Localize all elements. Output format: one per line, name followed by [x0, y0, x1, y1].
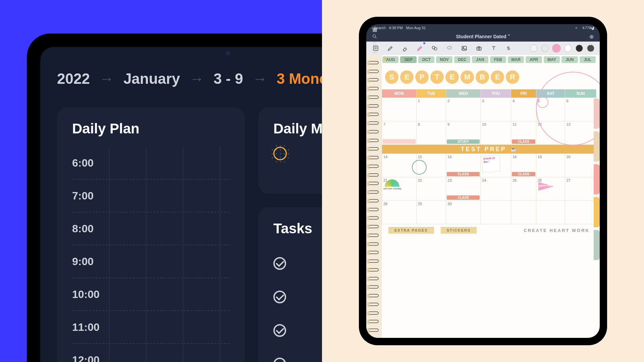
month-tab[interactable]: NOV — [436, 56, 452, 63]
close-icon[interactable]: ✕ — [588, 40, 595, 48]
side-tab[interactable] — [594, 230, 600, 260]
calendar-cell[interactable]: 16CLASS — [446, 154, 481, 177]
daily-plan-card: Daily Plan 6:007:008:009:0010:0011:0012:… — [57, 107, 245, 362]
month-letter: S — [385, 70, 398, 84]
hour-row[interactable]: 12:00 — [72, 344, 230, 362]
calendar-cell[interactable] — [536, 201, 565, 224]
calendar-cell[interactable]: 26game day — [536, 177, 565, 201]
checkmark-icon[interactable] — [273, 324, 286, 337]
status-date: Mon Aug 31 — [406, 26, 426, 30]
calendar-cell[interactable]: 4 — [511, 98, 536, 121]
share-icon[interactable] — [371, 48, 378, 55]
checkmark-icon[interactable] — [273, 257, 286, 270]
breadcrumb-range[interactable]: 3 - 9 — [214, 70, 243, 87]
month-tab[interactable]: MAR — [508, 56, 524, 63]
flag-sticker: game day — [539, 184, 551, 187]
calendar-cell[interactable]: 14 — [382, 154, 417, 177]
side-tab[interactable] — [594, 99, 600, 129]
redo-icon[interactable]: ↷ — [588, 25, 595, 33]
breadcrumb-month[interactable]: January — [123, 70, 180, 87]
calendar-cell[interactable]: 1 — [416, 98, 446, 121]
month-tab[interactable]: JUL — [580, 56, 596, 63]
chevron-right-icon: → — [253, 70, 267, 87]
grid-icon[interactable]: ▦ — [371, 25, 378, 33]
task-item[interactable] — [273, 247, 322, 280]
calendar-cell[interactable]: 15 — [416, 154, 446, 177]
calendar-cell[interactable]: 8 — [416, 121, 446, 145]
side-tab[interactable] — [594, 197, 600, 227]
more-icon[interactable]: ⋯ — [588, 48, 595, 55]
calendar-cell[interactable]: 22 — [416, 177, 446, 201]
checkmark-icon[interactable] — [273, 291, 286, 303]
link-icon[interactable] — [504, 44, 513, 52]
color-swatch[interactable] — [564, 45, 572, 52]
color-swatch[interactable] — [541, 45, 549, 52]
calendar-cell[interactable]: 23CLASS — [446, 177, 481, 201]
hour-row[interactable]: 6:00 — [72, 147, 230, 180]
calendar-cell[interactable]: 29 — [416, 201, 446, 224]
calendar-cell[interactable]: 21self care monday — [382, 177, 417, 201]
calendar-cell[interactable]: 9STUDY — [446, 121, 481, 145]
calendar-cell[interactable]: 30 — [446, 201, 481, 224]
lasso-icon[interactable] — [445, 44, 453, 52]
highlighter-icon[interactable] — [416, 44, 424, 52]
bookmark-icon[interactable] — [371, 40, 378, 48]
document-title[interactable]: Student Planner Dated ˅ — [378, 34, 588, 39]
stickers-tab[interactable]: STICKERS — [441, 227, 477, 234]
image-icon[interactable] — [460, 44, 468, 52]
calendar-cell[interactable]: 7 — [382, 121, 417, 145]
eraser-icon[interactable] — [401, 44, 409, 52]
calendar-cell[interactable]: 25 — [511, 177, 536, 201]
color-swatch[interactable] — [530, 45, 537, 52]
event-tag: CLASS — [447, 195, 480, 200]
calendar-cell[interactable]: 10 — [481, 121, 511, 145]
text-icon[interactable] — [490, 44, 498, 52]
hour-row[interactable]: 9:00 — [72, 245, 230, 278]
calendar-cell[interactable]: 3 — [481, 98, 511, 121]
calendar-cell[interactable] — [481, 201, 511, 224]
task-item[interactable] — [273, 280, 322, 314]
month-tab[interactable]: DEC — [454, 56, 470, 63]
hour-row[interactable]: 8:00 — [72, 213, 230, 245]
month-tab[interactable]: SEP — [400, 56, 416, 63]
breadcrumb-day[interactable]: 3 Monday — [277, 70, 322, 87]
task-item[interactable] — [273, 347, 322, 362]
month-tab[interactable]: JUN — [561, 56, 578, 63]
hour-row[interactable]: 11:00 — [72, 311, 230, 344]
extra-pages-tab[interactable]: EXTRA PAGES — [388, 227, 434, 234]
month-tabs: AUGSEPOCTNOVDECJANFEBMARAPRMAYJUNJUL — [382, 55, 596, 64]
calendar-cell[interactable]: 20 — [565, 154, 596, 177]
calendar-cell[interactable]: 27 — [565, 177, 596, 201]
side-tab[interactable] — [594, 131, 600, 162]
hour-row[interactable]: 10:00 — [72, 278, 230, 311]
hour-row[interactable]: 7:00 — [72, 180, 230, 213]
month-tab[interactable]: OCT — [418, 56, 434, 63]
calendar-cell[interactable]: 11CLASS — [511, 121, 536, 145]
calendar-cell[interactable]: 17ESSAY #2 due ! — [481, 154, 511, 177]
task-item[interactable] — [273, 314, 322, 347]
add-page-icon[interactable]: ⊕ — [588, 33, 595, 40]
calendar-cell[interactable]: 28 — [382, 201, 417, 224]
calendar-cell[interactable] — [382, 98, 417, 121]
side-tab[interactable] — [594, 164, 600, 194]
hour-label: 7:00 — [72, 190, 94, 202]
calendar-cell[interactable] — [511, 201, 536, 224]
calendar-cell[interactable] — [565, 201, 596, 224]
color-swatch[interactable] — [576, 45, 583, 52]
checkmark-icon[interactable] — [273, 358, 286, 362]
pen-icon[interactable] — [386, 44, 394, 52]
calendar-cell[interactable]: 18CLASS — [511, 154, 536, 177]
calendar-cell[interactable]: 19 — [536, 154, 565, 177]
shape-icon[interactable] — [431, 44, 439, 52]
month-tab[interactable]: JAN — [472, 56, 488, 63]
camera-icon[interactable] — [475, 44, 483, 52]
month-tab[interactable]: APR — [526, 56, 542, 63]
calendar-cell[interactable]: 24 — [481, 177, 511, 201]
ipad-dark-screen: 2022 → January → 3 - 9 → 3 Monday Daily … — [40, 47, 322, 362]
month-tab[interactable]: FEB — [490, 56, 506, 63]
month-tab[interactable]: MAY — [544, 56, 560, 63]
search-icon[interactable] — [371, 33, 378, 40]
color-swatch[interactable] — [553, 45, 560, 52]
breadcrumb-year[interactable]: 2022 — [57, 70, 90, 87]
calendar-cell[interactable]: 2 — [446, 98, 481, 121]
